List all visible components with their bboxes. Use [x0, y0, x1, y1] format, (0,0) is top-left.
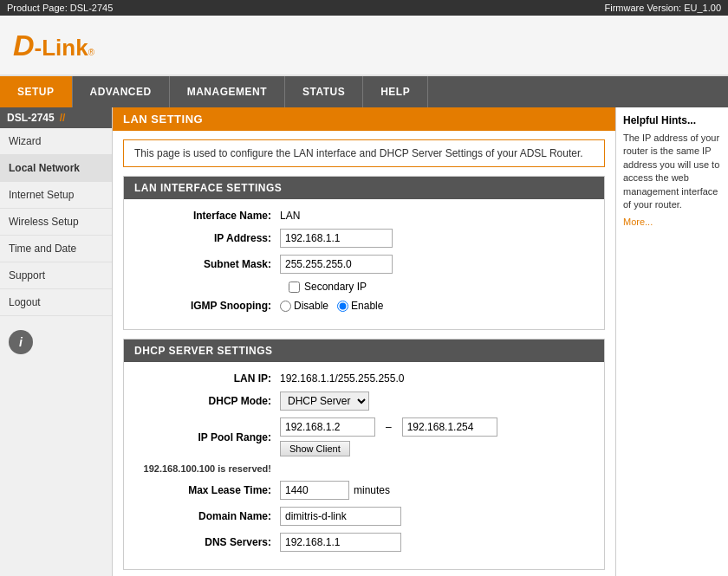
- tab-status[interactable]: STATUS: [285, 76, 363, 107]
- secondary-ip-checkbox[interactable]: [289, 282, 300, 293]
- firmware-label: Firmware Version: EU_1.00: [605, 3, 722, 13]
- ip-pool-range-row: IP Pool Range: – Show Client: [141, 417, 587, 456]
- lan-setting-header: LAN SETTING: [113, 107, 615, 131]
- sidebar-item-support[interactable]: Support: [0, 262, 112, 289]
- show-client-button[interactable]: Show Client: [280, 441, 350, 456]
- tab-advanced[interactable]: ADVANCED: [73, 76, 170, 107]
- minutes-label: minutes: [354, 484, 390, 496]
- secondary-ip-row: Secondary IP: [141, 281, 587, 293]
- igmp-radio-group: Disable Enable: [280, 300, 383, 312]
- sidebar-product: DSL-2745 //: [0, 107, 112, 128]
- subnet-mask-row: Subnet Mask:: [141, 255, 587, 274]
- igmp-disable-option[interactable]: Disable: [280, 300, 328, 312]
- dhcp-mode-label: DHCP Mode:: [141, 395, 280, 407]
- product-label: Product Page: DSL-2745: [7, 3, 113, 13]
- sidebar-item-wizard[interactable]: Wizard: [0, 128, 112, 155]
- lan-ip-value: 192.168.1.1/255.255.255.0: [280, 372, 404, 385]
- subnet-mask-input[interactable]: [280, 255, 393, 274]
- igmp-disable-radio[interactable]: [280, 301, 291, 312]
- lan-interface-body: Interface Name: LAN IP Address: Subnet M…: [124, 199, 604, 329]
- sidebar-item-time-and-date[interactable]: Time and Date: [0, 236, 112, 262]
- max-lease-time-input[interactable]: [280, 481, 349, 500]
- help-panel: Helpful Hints... The IP address of your …: [615, 107, 728, 576]
- logo: D-Link®: [13, 29, 94, 62]
- sidebar-item-logout[interactable]: Logout: [0, 289, 112, 316]
- igmp-snooping-row: IGMP Snooping: Disable Enable: [141, 300, 587, 312]
- header: D-Link®: [0, 16, 728, 76]
- ip-address-row: IP Address:: [141, 229, 587, 248]
- reserved-notice-row: 192.168.100.100 is reserved!: [141, 463, 587, 474]
- nav-tabs: SETUP ADVANCED MANAGEMENT STATUS HELP: [0, 76, 728, 107]
- sidebar-item-local-network[interactable]: Local Network: [0, 155, 112, 182]
- ip-address-label: IP Address:: [141, 232, 280, 244]
- dhcp-server-panel: DHCP SERVER SETTINGS LAN IP: 192.168.1.1…: [123, 339, 605, 570]
- max-lease-time-label: Max Lease Time:: [141, 484, 280, 496]
- content-area: LAN SETTING This page is used to configu…: [113, 107, 615, 576]
- ip-pool-dash: –: [386, 421, 392, 433]
- dhcp-mode-select[interactable]: DHCP Server DHCP Relay Disabled: [280, 392, 369, 411]
- help-title: Helpful Hints...: [623, 114, 721, 126]
- max-lease-time-row: Max Lease Time: minutes: [141, 481, 587, 500]
- secondary-ip-label: Secondary IP: [304, 281, 367, 293]
- interface-name-label: Interface Name:: [141, 210, 280, 222]
- sidebar: DSL-2745 // Wizard Local Network Interne…: [0, 107, 113, 576]
- domain-name-row: Domain Name:: [141, 507, 587, 526]
- lan-interface-panel: LAN INTERFACE SETTINGS Interface Name: L…: [123, 176, 605, 330]
- lan-ip-row: LAN IP: 192.168.1.1/255.255.255.0: [141, 372, 587, 385]
- domain-name-label: Domain Name:: [141, 510, 280, 522]
- domain-name-input[interactable]: [280, 507, 401, 526]
- dns-servers-input[interactable]: [280, 533, 401, 552]
- dns-servers-row: DNS Servers:: [141, 533, 587, 552]
- ip-pool-range-inputs: – Show Client: [280, 417, 497, 456]
- ip-pool-start-input[interactable]: [280, 417, 375, 437]
- main-layout: DSL-2745 // Wizard Local Network Interne…: [0, 107, 728, 576]
- lan-setting-info: This page is used to configure the LAN i…: [123, 139, 605, 167]
- igmp-enable-option[interactable]: Enable: [337, 300, 383, 312]
- igmp-snooping-label: IGMP Snooping:: [141, 300, 280, 312]
- help-more-link[interactable]: More...: [623, 217, 721, 227]
- dhcp-server-body: LAN IP: 192.168.1.1/255.255.255.0 DHCP M…: [124, 362, 604, 569]
- info-icon[interactable]: i: [9, 330, 33, 354]
- interface-name-row: Interface Name: LAN: [141, 210, 587, 222]
- interface-name-value: LAN: [280, 210, 300, 222]
- ip-pool-end-input[interactable]: [402, 417, 497, 437]
- ip-address-input[interactable]: [280, 229, 393, 248]
- tab-setup[interactable]: SETUP: [0, 76, 73, 107]
- tab-help[interactable]: HELP: [363, 76, 428, 107]
- ip-pool-range-label: IP Pool Range:: [141, 431, 280, 443]
- reserved-notice: 192.168.100.100 is reserved!: [141, 463, 280, 474]
- lan-interface-header: LAN INTERFACE SETTINGS: [124, 177, 604, 199]
- help-text: The IP address of your router is the sam…: [623, 132, 721, 211]
- dns-servers-label: DNS Servers:: [141, 536, 280, 548]
- dhcp-mode-row: DHCP Mode: DHCP Server DHCP Relay Disabl…: [141, 392, 587, 411]
- tab-management[interactable]: MANAGEMENT: [170, 76, 285, 107]
- igmp-enable-radio[interactable]: [337, 301, 348, 312]
- sidebar-item-internet-setup[interactable]: Internet Setup: [0, 182, 112, 209]
- top-bar: Product Page: DSL-2745 Firmware Version:…: [0, 0, 728, 16]
- dhcp-server-header: DHCP SERVER SETTINGS: [124, 340, 604, 362]
- info-icon-container: i: [0, 323, 112, 361]
- lan-ip-label: LAN IP:: [141, 372, 280, 385]
- sidebar-item-wireless-setup[interactable]: Wireless Setup: [0, 209, 112, 236]
- subnet-mask-label: Subnet Mask:: [141, 258, 280, 270]
